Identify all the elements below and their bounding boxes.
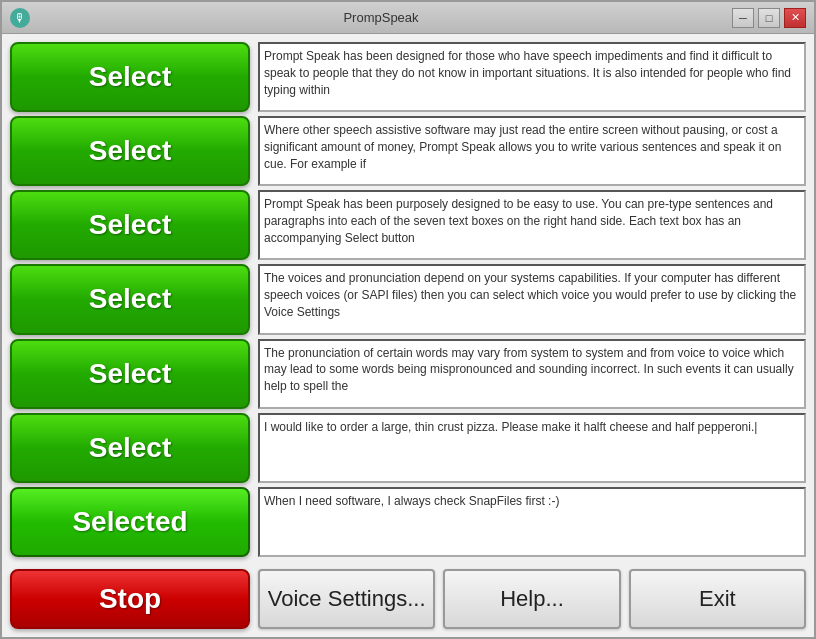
text-area-container-6 xyxy=(258,413,806,483)
text-area-2[interactable] xyxy=(258,116,806,186)
text-area-7[interactable] xyxy=(258,487,806,557)
text-area-container-2 xyxy=(258,116,806,186)
restore-button[interactable]: □ xyxy=(758,8,780,28)
text-area-container-5 xyxy=(258,339,806,409)
row-1: Select xyxy=(10,42,806,112)
select-button-6[interactable]: Select xyxy=(10,413,250,483)
row-7: Selected xyxy=(10,487,806,557)
row-6: Select xyxy=(10,413,806,483)
select-button-5[interactable]: Select xyxy=(10,339,250,409)
select-button-3[interactable]: Select xyxy=(10,190,250,260)
select-button-2[interactable]: Select xyxy=(10,116,250,186)
minimize-button[interactable]: ─ xyxy=(732,8,754,28)
text-area-container-1 xyxy=(258,42,806,112)
text-area-5[interactable] xyxy=(258,339,806,409)
window-controls: ─ □ ✕ xyxy=(732,8,806,28)
text-area-container-4 xyxy=(258,264,806,334)
title-bar: 🎙 PrompSpeak ─ □ ✕ xyxy=(2,2,814,34)
text-area-container-3 xyxy=(258,190,806,260)
select-button-7[interactable]: Selected xyxy=(10,487,250,557)
text-area-container-7 xyxy=(258,487,806,557)
row-3: Select xyxy=(10,190,806,260)
bottom-bar: Stop Voice Settings... Help... Exit xyxy=(2,565,814,637)
exit-button[interactable]: Exit xyxy=(629,569,806,629)
window-title: PrompSpeak xyxy=(30,10,732,25)
stop-button[interactable]: Stop xyxy=(10,569,250,629)
row-5: Select xyxy=(10,339,806,409)
select-button-1[interactable]: Select xyxy=(10,42,250,112)
row-4: Select xyxy=(10,264,806,334)
content-area: SelectSelectSelectSelectSelectSelectSele… xyxy=(2,34,814,565)
select-button-4[interactable]: Select xyxy=(10,264,250,334)
help-button[interactable]: Help... xyxy=(443,569,620,629)
app-icon: 🎙 xyxy=(10,8,30,28)
main-window: 🎙 PrompSpeak ─ □ ✕ SelectSelectSelectSel… xyxy=(0,0,816,639)
row-2: Select xyxy=(10,116,806,186)
text-area-4[interactable] xyxy=(258,264,806,334)
close-button[interactable]: ✕ xyxy=(784,8,806,28)
text-area-1[interactable] xyxy=(258,42,806,112)
text-area-3[interactable] xyxy=(258,190,806,260)
voice-settings-button[interactable]: Voice Settings... xyxy=(258,569,435,629)
text-area-6[interactable] xyxy=(258,413,806,483)
